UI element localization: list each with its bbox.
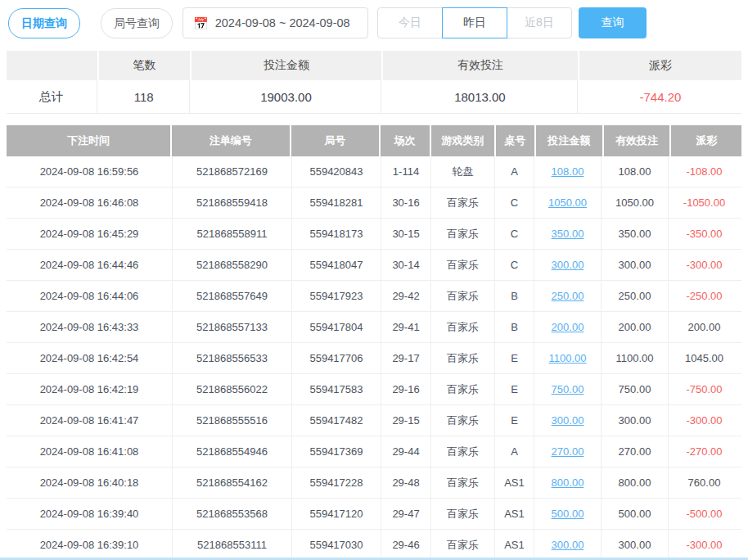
cell-round-no: 559417228 [292, 467, 381, 498]
cell-payout: -1050.00 [669, 187, 740, 218]
column-header-bet-time: 下注时间 [7, 125, 170, 156]
summary-header-bet-amount: 投注金额 [192, 51, 381, 80]
table-row: 2024-09-08 16:41:47521868555516559417482… [7, 405, 741, 436]
search-button[interactable]: 查询 [579, 7, 647, 38]
column-header-round-no: 局号 [291, 125, 379, 156]
bet-amount-link[interactable]: 270.00 [552, 445, 584, 458]
cell-bet-amount: 250.00 [534, 281, 602, 311]
summary-total-payout: -744.20 [579, 80, 741, 113]
cell-round-no: 559417583 [292, 374, 381, 404]
cell-bet-ticket-no: 521868557649 [173, 281, 292, 311]
cell-valid-bet: 200.00 [602, 312, 669, 342]
bet-amount-link[interactable]: 1050.00 [548, 196, 587, 209]
bet-amount-link[interactable]: 750.00 [552, 383, 584, 395]
bet-amount-link[interactable]: 1100.00 [548, 352, 586, 364]
cell-round-no: 559420843 [292, 156, 381, 187]
summary-header-count: 笔数 [99, 51, 191, 80]
summary-header-row: 笔数 投注金额 有效投注 派彩 [7, 51, 741, 80]
cell-valid-bet: 250.00 [602, 281, 669, 311]
cell-session: 29-47 [381, 499, 431, 529]
column-header-payout: 派彩 [671, 125, 741, 156]
bet-amount-link[interactable]: 300.00 [552, 259, 584, 271]
cell-valid-bet: 500.00 [602, 499, 669, 529]
cell-table-no: E [495, 343, 534, 373]
cell-session: 30-15 [381, 219, 431, 249]
cell-session: 29-42 [381, 281, 431, 311]
bet-amount-link[interactable]: 300.00 [552, 414, 584, 427]
cell-session: 1-114 [381, 156, 431, 187]
cell-payout: -750.00 [669, 374, 740, 404]
cell-valid-bet: 300.00 [602, 530, 669, 560]
cell-game-type: 百家乐 [431, 281, 495, 311]
cell-bet-ticket-no: 521868553111 [173, 530, 292, 560]
cell-table-no: AS1 [495, 530, 534, 560]
last8days-button[interactable]: 近8日 [507, 7, 572, 38]
cell-valid-bet: 300.00 [602, 250, 669, 280]
cell-round-no: 559417030 [292, 530, 381, 560]
cell-payout: -500.00 [669, 499, 740, 529]
round-query-tab[interactable]: 局号查询 [101, 8, 173, 38]
column-header-valid-bet: 有效投注 [604, 125, 670, 156]
cell-game-type: 百家乐 [431, 436, 495, 467]
cell-payout: -108.00 [669, 156, 740, 187]
bet-amount-link[interactable]: 108.00 [552, 165, 584, 178]
cell-bet-ticket-no: 521868556533 [173, 343, 292, 373]
cell-session: 29-41 [381, 312, 431, 342]
summary-total-bet-amount: 19003.00 [192, 80, 381, 113]
cell-payout: -300.00 [669, 405, 740, 436]
records-table: 下注时间注单编号局号场次游戏类别桌号投注金额有效投注派彩 2024-09-08 … [7, 125, 741, 560]
cell-valid-bet: 350.00 [602, 219, 669, 249]
summary-header-empty [7, 51, 97, 80]
cell-bet-time: 2024-09-08 16:41:47 [7, 405, 173, 436]
cell-game-type: 百家乐 [431, 405, 495, 436]
cell-round-no: 559417120 [292, 499, 381, 529]
cell-game-type: 百家乐 [431, 530, 495, 560]
cell-session: 29-17 [381, 343, 431, 373]
cell-game-type: 百家乐 [431, 312, 495, 342]
cell-bet-time: 2024-09-08 16:42:19 [7, 374, 173, 404]
table-row: 2024-09-08 16:44:46521868558290559418047… [7, 250, 741, 281]
table-row: 2024-09-08 16:39:10521868553111559417030… [7, 530, 741, 560]
cell-table-no: AS1 [495, 499, 534, 529]
cell-round-no: 559418047 [292, 250, 381, 280]
cell-session: 29-46 [381, 530, 431, 560]
summary-total-valid-bet: 18013.00 [383, 80, 578, 113]
cell-game-type: 轮盘 [431, 156, 495, 187]
yesterday-button[interactable]: 昨日 [442, 7, 507, 38]
bet-amount-link[interactable]: 200.00 [552, 321, 584, 333]
cell-bet-amount: 1100.00 [534, 343, 602, 373]
records-table-body: 2024-09-08 16:59:56521868572169559420843… [7, 156, 741, 560]
cell-game-type: 百家乐 [431, 187, 495, 218]
cell-bet-ticket-no: 521868556022 [173, 374, 292, 404]
summary-header-valid-bet: 有效投注 [383, 51, 578, 80]
cell-bet-amount: 800.00 [534, 467, 602, 498]
bet-amount-link[interactable]: 250.00 [552, 290, 584, 302]
date-query-tab[interactable]: 日期查询 [8, 8, 80, 38]
bet-amount-link[interactable]: 800.00 [552, 476, 584, 489]
cell-bet-time: 2024-09-08 16:44:06 [7, 281, 173, 311]
bet-amount-link[interactable]: 350.00 [552, 228, 584, 240]
cell-valid-bet: 108.00 [602, 156, 669, 187]
bet-amount-link[interactable]: 300.00 [552, 539, 584, 551]
cell-payout: -300.00 [669, 250, 740, 280]
cell-bet-ticket-no: 521868558290 [173, 250, 292, 280]
cell-bet-amount: 300.00 [534, 405, 602, 436]
cell-round-no: 559417923 [292, 281, 381, 311]
cell-valid-bet: 1100.00 [602, 343, 669, 373]
cell-bet-amount: 1050.00 [534, 187, 602, 218]
cell-game-type: 百家乐 [431, 343, 495, 373]
cell-payout: -300.00 [669, 530, 740, 560]
cell-payout: -350.00 [669, 219, 740, 249]
cell-bet-amount: 270.00 [534, 436, 602, 467]
cell-session: 29-48 [381, 467, 431, 498]
cell-bet-amount: 750.00 [534, 374, 602, 404]
cell-table-no: C [495, 219, 534, 249]
cell-table-no: E [495, 374, 534, 404]
bet-amount-link[interactable]: 500.00 [552, 508, 584, 520]
calendar-icon: 📅 [193, 17, 209, 29]
today-button[interactable]: 今日 [377, 7, 443, 38]
cell-session: 29-15 [381, 405, 431, 436]
cell-bet-time: 2024-09-08 16:41:08 [7, 436, 173, 467]
cell-payout: 200.00 [669, 312, 740, 342]
date-range-input[interactable]: 📅 2024-09-08 ~ 2024-09-08 [182, 7, 368, 38]
